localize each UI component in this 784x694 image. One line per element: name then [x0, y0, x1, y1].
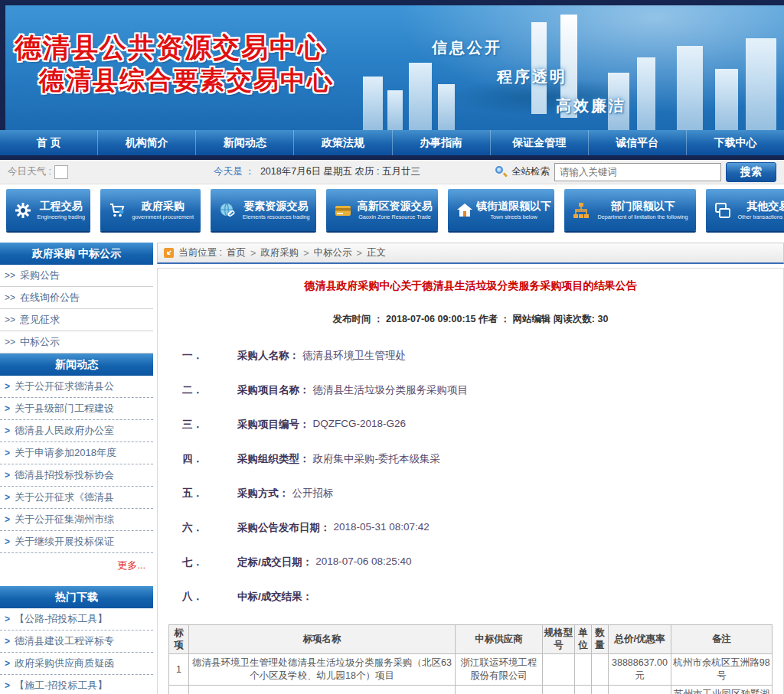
org-chart-icon [570, 199, 593, 222]
table-row: 1 德清县环境卫生管理处德清县生活垃圾分类服务采购（北区63个小区及学校、幼儿园… [169, 654, 773, 686]
search-button[interactable]: 搜索 [726, 162, 776, 182]
news-list-item[interactable]: >德清县人民政府办公室 [0, 420, 153, 442]
search-input[interactable] [554, 163, 721, 181]
news-list-item[interactable]: >关于公开征求德清县公 [0, 376, 153, 398]
quick-button-department[interactable]: 部门限额以下Department of limitation the follo… [564, 189, 696, 231]
article-field-org-type: 四．采购组织类型：政府集中采购-委托本级集采 [182, 452, 773, 465]
arrow-right-icon: > [5, 492, 10, 503]
arrow-right-icon: > [5, 680, 10, 691]
arrow-right-icon: > [5, 470, 10, 481]
download-list-item[interactable]: >政府采购供应商质疑函 [0, 653, 153, 675]
nav-item-home[interactable]: 首 页 [0, 130, 98, 155]
news-list-item[interactable]: >关于公开征集湖州市综 [0, 509, 153, 531]
chevron-right-icon: >> [5, 292, 15, 303]
breadcrumb: 当前位置 : 首页 > 政府采购 > 中标公示 > 正文 [157, 243, 784, 264]
col-item-no: 标项 [169, 625, 189, 654]
quick-button-town[interactable]: 镇街道限额以下Town streets below [448, 189, 554, 231]
arrow-right-icon: > [5, 425, 10, 436]
col-unit: 单位 [575, 625, 592, 654]
nav-item-guide[interactable]: 办事指南 [393, 130, 491, 155]
article-field-purchaser: 一．采购人名称：德清县环境卫生管理处 [182, 349, 773, 362]
chevron-right-icon: >> [5, 270, 15, 281]
breadcrumb-gov-procurement[interactable]: 政府采购 [260, 246, 299, 259]
nav-item-integrity[interactable]: 诚信平台 [589, 130, 687, 155]
article-field-award-date: 七．定标/成交日期：2018-07-06 08:25:40 [182, 556, 773, 569]
breadcrumb-home[interactable]: 首页 [227, 246, 246, 259]
page-top-edge [0, 0, 784, 5]
site-title-line1: 德清县公共资源交易中心 [15, 31, 334, 64]
breadcrumb-award-notice[interactable]: 中标公示 [314, 246, 352, 259]
sidebar: 政府采购 中标公示 >>采购公告 >>在线询价公告 >>意见征求 >>中标公示 … [0, 243, 153, 694]
nav-item-news[interactable]: 新闻动态 [196, 130, 294, 155]
article-field-result: 八．中标/成交结果： [182, 590, 773, 603]
table-header-row: 标项 标项名称 中标供应商 规格型号 单位 数量 总价/优惠率 备注 [169, 625, 773, 654]
card-icon [332, 199, 354, 222]
nav-item-download[interactable]: 下载中心 [687, 130, 784, 155]
gear-icon [11, 199, 34, 222]
download-list-item[interactable]: >【公路-招投标工具】 [0, 608, 153, 630]
col-item-name: 标项名称 [189, 625, 456, 654]
arrow-right-icon: > [5, 658, 10, 669]
chevron-right-icon: >> [5, 337, 15, 347]
article-field-project-no: 三．采购项目编号：DQZFCG-2018-G26 [182, 418, 773, 431]
news-list-item[interactable]: >关于公开征求《德清县 [0, 487, 153, 509]
weather-widget [54, 165, 68, 179]
quick-button-gov-procurement[interactable]: 政府采购government procurement [100, 189, 200, 231]
nav-item-about[interactable]: 机构简介 [98, 130, 196, 155]
banner-slogan: 程序透明 [497, 67, 567, 87]
location-icon [164, 248, 174, 258]
download-list-item[interactable]: >【施工-招投标工具】 [0, 675, 153, 694]
today-date: 今天是 ： 2018年7月6日 星期五 农历 : 五月廿三 [214, 165, 420, 178]
quick-button-elements[interactable]: 要素资源交易Elements resources trading [211, 189, 316, 231]
site-banner: 信息公开 程序透明 高效廉洁 德清县公共资源交易中心 德清县综合要素交易中心 [0, 5, 784, 130]
cart-icon [106, 199, 129, 222]
city-skyline-image: 信息公开 程序透明 高效廉洁 [355, 5, 784, 130]
article: 德清县政府采购中心关于德清县生活垃圾分类服务采购项目的结果公告 发布时间 ： 2… [157, 268, 784, 694]
sidebar-section-news-title[interactable]: 新闻动态 [0, 354, 153, 376]
arrow-right-icon: > [5, 448, 10, 458]
weather-label: 今日天气 : [8, 165, 51, 178]
article-meta: 发布时间 ： 2018-07-06 09:00:15 作者 ： 网站编辑 阅读次… [168, 313, 773, 326]
quick-button-other[interactable]: 其他交易Other transactions under [706, 189, 784, 231]
news-list-item[interactable]: >关于申请参加2018年度 [0, 442, 153, 464]
download-list-item[interactable]: >德清县建设工程评标专 [0, 630, 153, 653]
col-supplier: 中标供应商 [456, 625, 543, 654]
search-icon [495, 166, 507, 178]
news-list-item[interactable]: >关于县级部门工程建设 [0, 398, 153, 420]
col-spec: 规格型号 [543, 625, 575, 654]
table-row: 2 德清县环境卫生管理处德清县生活垃圾分类服务采购项目你（南区52个小区及学校、… [169, 686, 773, 694]
arrow-right-icon: > [5, 636, 10, 647]
info-bar: 今日天气 : 今天是 ： 2018年7月6日 星期五 农历 : 五月廿三 全站检… [0, 160, 784, 184]
nav-item-policy[interactable]: 政策法规 [294, 130, 392, 155]
result-table: 标项 标项名称 中标供应商 规格型号 单位 数量 总价/优惠率 备注 1 德清县… [168, 624, 773, 694]
news-list-item[interactable]: >关于继续开展投标保证 [0, 531, 153, 553]
sidebar-section-downloads-title[interactable]: 热门下载 [0, 586, 153, 608]
breadcrumb-label: 当前位置 : [178, 246, 222, 259]
sidebar-section-procurement-title[interactable]: 政府采购 中标公示 [0, 243, 153, 265]
main-content: 当前位置 : 首页 > 政府采购 > 中标公示 > 正文 德清县政府采购中心关于… [157, 243, 784, 694]
main-nav: 首 页 机构简介 新闻动态 政策法规 办事指南 保证金管理 诚信平台 下载中心 [0, 130, 784, 155]
arrow-right-icon: > [5, 614, 10, 624]
sidebar-item-opinion[interactable]: >>意见征求 [0, 309, 153, 331]
sidebar-item-purchase-notice[interactable]: >>采购公告 [0, 265, 153, 287]
globe-icon [216, 199, 239, 222]
article-body: 一．采购人名称：德清县环境卫生管理处 二．采购项目名称：德清县生活垃圾分类服务采… [168, 349, 773, 603]
banner-slogan: 信息公开 [432, 37, 502, 58]
sidebar-item-award-notice[interactable]: >>中标公示 [0, 331, 153, 354]
site-title: 德清县公共资源交易中心 德清县综合要素交易中心 [15, 31, 334, 96]
col-remark: 备注 [671, 625, 773, 654]
breadcrumb-article: 正文 [367, 246, 386, 259]
more-link[interactable]: 更多... [117, 559, 145, 571]
nav-item-deposit[interactable]: 保证金管理 [491, 130, 589, 155]
article-field-project-name: 二．采购项目名称：德清县生活垃圾分类服务采购项目 [182, 383, 773, 396]
article-title: 德清县政府采购中心关于德清县生活垃圾分类服务采购项目的结果公告 [168, 279, 773, 293]
sidebar-item-online-inquiry[interactable]: >>在线询价公告 [0, 287, 153, 309]
house-icon [453, 199, 476, 222]
quick-button-engineering[interactable]: 工程交易Engineering trading [6, 189, 90, 231]
arrow-right-icon: > [5, 403, 10, 414]
article-field-method: 五．采购方式：公开招标 [182, 487, 773, 500]
quick-links: 工程交易Engineering trading 政府采购government p… [0, 184, 784, 236]
quick-button-gaoxin[interactable]: 高新区资源交易Gaoxin Zone Resource Trade [326, 189, 438, 231]
news-list-item[interactable]: >德清县招投标投标协会 [0, 464, 153, 487]
search-label: 全站检索 [511, 165, 550, 178]
